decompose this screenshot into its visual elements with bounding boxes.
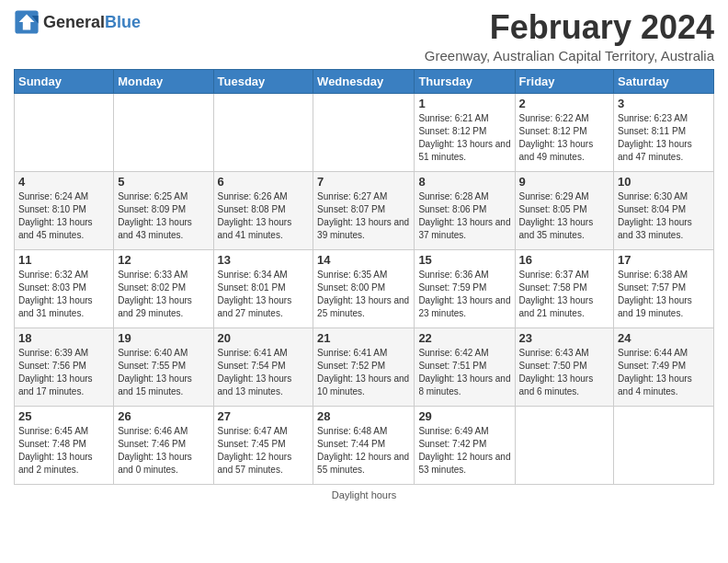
day-info: Sunrise: 6:41 AM Sunset: 7:52 PM Dayligh…	[317, 347, 410, 398]
day-number: 11	[18, 253, 109, 267]
day-info: Sunrise: 6:44 AM Sunset: 7:49 PM Dayligh…	[618, 347, 710, 398]
table-row: 3Sunrise: 6:23 AM Sunset: 8:11 PM Daylig…	[614, 93, 714, 171]
header: GeneralBlue February 2024 Greenway, Aust…	[14, 9, 714, 63]
table-row: 19Sunrise: 6:40 AM Sunset: 7:55 PM Dayli…	[114, 327, 213, 406]
table-row: 18Sunrise: 6:39 AM Sunset: 7:56 PM Dayli…	[15, 327, 114, 406]
col-sunday: Sunday	[15, 69, 114, 93]
day-number: 27	[218, 409, 310, 423]
day-info: Sunrise: 6:33 AM Sunset: 8:02 PM Dayligh…	[118, 269, 209, 320]
logo-general: General	[43, 13, 105, 31]
day-info: Sunrise: 6:49 AM Sunset: 7:42 PM Dayligh…	[418, 425, 510, 477]
table-row: 8Sunrise: 6:28 AM Sunset: 8:06 PM Daylig…	[415, 171, 515, 249]
col-friday: Friday	[515, 69, 614, 93]
day-number: 28	[317, 409, 410, 423]
col-wednesday: Wednesday	[313, 69, 415, 93]
table-row: 12Sunrise: 6:33 AM Sunset: 8:02 PM Dayli…	[114, 249, 213, 327]
day-number: 16	[519, 253, 610, 267]
table-row: 9Sunrise: 6:29 AM Sunset: 8:05 PM Daylig…	[515, 171, 614, 249]
day-number: 6	[218, 175, 310, 189]
day-info: Sunrise: 6:27 AM Sunset: 8:07 PM Dayligh…	[317, 190, 410, 242]
daylight-hours-label: Daylight hours	[332, 489, 396, 500]
table-row: 15Sunrise: 6:36 AM Sunset: 7:59 PM Dayli…	[415, 249, 515, 327]
logo-blue: Blue	[105, 13, 141, 31]
table-row: 7Sunrise: 6:27 AM Sunset: 8:07 PM Daylig…	[313, 171, 415, 249]
main-title: February 2024	[425, 9, 714, 46]
day-info: Sunrise: 6:25 AM Sunset: 8:09 PM Dayligh…	[118, 190, 209, 242]
table-row	[515, 406, 614, 484]
day-number: 7	[317, 175, 410, 189]
day-info: Sunrise: 6:34 AM Sunset: 8:01 PM Dayligh…	[218, 269, 310, 320]
day-info: Sunrise: 6:22 AM Sunset: 8:12 PM Dayligh…	[519, 112, 610, 164]
day-info: Sunrise: 6:35 AM Sunset: 8:00 PM Dayligh…	[317, 269, 410, 320]
day-number: 19	[118, 331, 209, 345]
table-row	[15, 93, 114, 171]
table-row: 10Sunrise: 6:30 AM Sunset: 8:04 PM Dayli…	[614, 171, 714, 249]
day-info: Sunrise: 6:28 AM Sunset: 8:06 PM Dayligh…	[418, 190, 510, 242]
day-info: Sunrise: 6:45 AM Sunset: 7:48 PM Dayligh…	[18, 425, 109, 477]
table-row: 6Sunrise: 6:26 AM Sunset: 8:08 PM Daylig…	[213, 171, 313, 249]
day-number: 4	[18, 175, 109, 189]
day-info: Sunrise: 6:41 AM Sunset: 7:54 PM Dayligh…	[218, 347, 310, 398]
day-info: Sunrise: 6:42 AM Sunset: 7:51 PM Dayligh…	[418, 347, 510, 398]
day-number: 15	[418, 253, 510, 267]
day-number: 24	[618, 331, 710, 345]
day-info: Sunrise: 6:30 AM Sunset: 8:04 PM Dayligh…	[618, 190, 710, 242]
table-row: 27Sunrise: 6:47 AM Sunset: 7:45 PM Dayli…	[213, 406, 313, 484]
table-row	[114, 93, 213, 171]
day-info: Sunrise: 6:23 AM Sunset: 8:11 PM Dayligh…	[618, 112, 710, 164]
table-row: 26Sunrise: 6:46 AM Sunset: 7:46 PM Dayli…	[114, 406, 213, 484]
day-number: 17	[618, 253, 710, 267]
day-number: 2	[519, 97, 610, 110]
day-number: 1	[418, 97, 510, 110]
table-row: 5Sunrise: 6:25 AM Sunset: 8:09 PM Daylig…	[114, 171, 213, 249]
day-number: 14	[317, 253, 410, 267]
day-number: 29	[418, 409, 510, 423]
calendar-row-2: 11Sunrise: 6:32 AM Sunset: 8:03 PM Dayli…	[15, 249, 714, 327]
title-block: February 2024 Greenway, Australian Capit…	[425, 9, 714, 63]
table-row: 11Sunrise: 6:32 AM Sunset: 8:03 PM Dayli…	[15, 249, 114, 327]
table-row: 25Sunrise: 6:45 AM Sunset: 7:48 PM Dayli…	[15, 406, 114, 484]
day-info: Sunrise: 6:24 AM Sunset: 8:10 PM Dayligh…	[18, 190, 109, 242]
calendar-header-row: Sunday Monday Tuesday Wednesday Thursday…	[15, 69, 714, 93]
calendar-row-0: 1Sunrise: 6:21 AM Sunset: 8:12 PM Daylig…	[15, 93, 714, 171]
page: GeneralBlue February 2024 Greenway, Aust…	[0, 0, 728, 563]
table-row: 2Sunrise: 6:22 AM Sunset: 8:12 PM Daylig…	[515, 93, 614, 171]
day-info: Sunrise: 6:48 AM Sunset: 7:44 PM Dayligh…	[317, 425, 410, 477]
day-info: Sunrise: 6:40 AM Sunset: 7:55 PM Dayligh…	[118, 347, 209, 398]
table-row: 4Sunrise: 6:24 AM Sunset: 8:10 PM Daylig…	[15, 171, 114, 249]
day-number: 25	[18, 409, 109, 423]
table-row: 17Sunrise: 6:38 AM Sunset: 7:57 PM Dayli…	[614, 249, 714, 327]
calendar-row-4: 25Sunrise: 6:45 AM Sunset: 7:48 PM Dayli…	[15, 406, 714, 484]
day-info: Sunrise: 6:43 AM Sunset: 7:50 PM Dayligh…	[519, 347, 610, 398]
table-row: 22Sunrise: 6:42 AM Sunset: 7:51 PM Dayli…	[415, 327, 515, 406]
logo-icon	[14, 9, 40, 35]
day-info: Sunrise: 6:38 AM Sunset: 7:57 PM Dayligh…	[618, 269, 710, 320]
day-info: Sunrise: 6:29 AM Sunset: 8:05 PM Dayligh…	[519, 190, 610, 242]
table-row	[313, 93, 415, 171]
subtitle: Greenway, Australian Capital Territory, …	[425, 48, 714, 63]
col-saturday: Saturday	[614, 69, 714, 93]
day-number: 18	[18, 331, 109, 345]
day-number: 8	[418, 175, 510, 189]
day-number: 20	[218, 331, 310, 345]
table-row: 24Sunrise: 6:44 AM Sunset: 7:49 PM Dayli…	[614, 327, 714, 406]
table-row: 14Sunrise: 6:35 AM Sunset: 8:00 PM Dayli…	[313, 249, 415, 327]
day-info: Sunrise: 6:47 AM Sunset: 7:45 PM Dayligh…	[218, 425, 310, 477]
day-number: 5	[118, 175, 209, 189]
footer: Daylight hours	[14, 489, 714, 500]
calendar-row-3: 18Sunrise: 6:39 AM Sunset: 7:56 PM Dayli…	[15, 327, 714, 406]
day-number: 3	[618, 97, 710, 110]
calendar-table: Sunday Monday Tuesday Wednesday Thursday…	[14, 69, 714, 485]
table-row: 20Sunrise: 6:41 AM Sunset: 7:54 PM Dayli…	[213, 327, 313, 406]
table-row: 13Sunrise: 6:34 AM Sunset: 8:01 PM Dayli…	[213, 249, 313, 327]
day-number: 12	[118, 253, 209, 267]
day-number: 21	[317, 331, 410, 345]
day-info: Sunrise: 6:46 AM Sunset: 7:46 PM Dayligh…	[118, 425, 209, 477]
table-row: 29Sunrise: 6:49 AM Sunset: 7:42 PM Dayli…	[415, 406, 515, 484]
table-row: 16Sunrise: 6:37 AM Sunset: 7:58 PM Dayli…	[515, 249, 614, 327]
day-info: Sunrise: 6:32 AM Sunset: 8:03 PM Dayligh…	[18, 269, 109, 320]
col-thursday: Thursday	[415, 69, 515, 93]
table-row: 23Sunrise: 6:43 AM Sunset: 7:50 PM Dayli…	[515, 327, 614, 406]
logo: GeneralBlue	[14, 9, 141, 35]
day-number: 23	[519, 331, 610, 345]
